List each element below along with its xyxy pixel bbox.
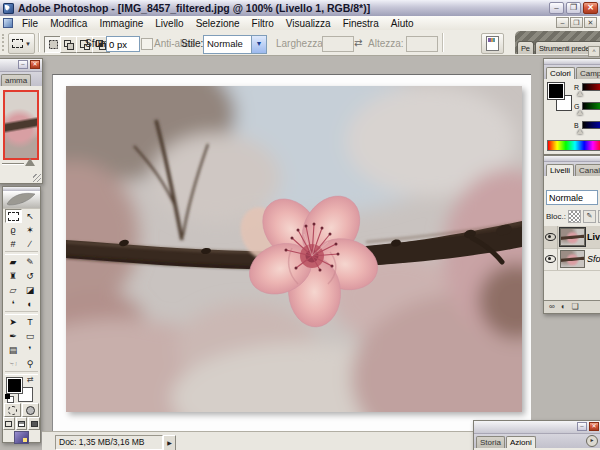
blend-mode-select[interactable]: Normale [546, 190, 598, 205]
tab-livelli[interactable]: Livelli [546, 164, 574, 176]
adjustment-layer-icon[interactable]: ◐ [561, 302, 566, 312]
new-layer-icon[interactable]: ❏ [572, 302, 579, 312]
status-bar-menu-arrow[interactable]: ▶ [163, 435, 176, 450]
feather-input[interactable] [106, 36, 140, 52]
storia-title-bar[interactable]: – ✕ [474, 421, 600, 434]
foreground-color-swatch[interactable] [7, 378, 22, 393]
palette-resize-grip[interactable] [33, 174, 41, 182]
tool-pennello-correttivo[interactable]: ▰ [5, 255, 22, 269]
navigator-title-bar[interactable]: – ✕ [0, 59, 42, 72]
menu-immagine[interactable]: Immagine [93, 17, 149, 30]
livelli-title-bar[interactable] [544, 156, 600, 162]
tool-selezione-tracciato[interactable]: ➤ [5, 315, 22, 329]
restore-button[interactable]: ❐ [566, 2, 581, 14]
tool-preset-button[interactable]: ▼ [8, 33, 35, 54]
height-input[interactable] [406, 36, 438, 52]
color-spectrum-ramp[interactable] [547, 140, 600, 151]
tool-bacchetta-magica[interactable]: ✶ [22, 223, 39, 237]
well-collapse-button[interactable]: ˄ [588, 46, 600, 57]
style-combobox[interactable]: Normale ▼ [203, 35, 267, 54]
tab-azioni[interactable]: Azioni [506, 436, 536, 448]
standard-mode-button[interactable] [4, 403, 21, 417]
tool-penna[interactable]: ✒ [5, 329, 22, 343]
palette-close-button[interactable]: ✕ [30, 60, 40, 69]
blue-slider-thumb[interactable] [577, 129, 583, 134]
swap-colors-icon[interactable]: ⇄ [27, 375, 34, 384]
lock-paint-icon[interactable]: ✎ [583, 210, 596, 223]
palette-minimize-button[interactable]: – [18, 60, 28, 69]
swap-dimensions-icon[interactable]: ⇄ [354, 37, 362, 48]
tool-mano[interactable]: ☜ [5, 357, 22, 371]
layer-thumbnail[interactable] [560, 228, 585, 246]
tab-pennelli[interactable]: Pe [517, 41, 534, 54]
menu-filtro[interactable]: Filtro [246, 17, 280, 30]
tool-selezione-rettangolare[interactable] [5, 209, 22, 223]
navigator-proxy-preview[interactable] [3, 90, 39, 160]
tool-sfoca[interactable]: ❛ [5, 297, 22, 311]
tool-sfumatura[interactable]: ◪ [22, 283, 39, 297]
tool-lazo[interactable]: ϱ [5, 223, 22, 237]
red-slider-thumb[interactable] [577, 91, 583, 96]
doc-minimize-button[interactable]: – [556, 17, 569, 28]
colori-title-bar[interactable] [544, 59, 600, 65]
width-input[interactable] [322, 36, 354, 52]
navigator-zoom-slider[interactable] [2, 163, 24, 164]
tool-sposta[interactable]: ↖ [22, 209, 39, 223]
layer-thumbnail[interactable] [560, 250, 585, 268]
default-colors-icon[interactable] [5, 394, 10, 399]
green-slider-thumb[interactable] [577, 110, 583, 115]
fullscreen-button[interactable] [28, 417, 40, 430]
layer-visibility-toggle[interactable] [544, 248, 558, 270]
tool-zoom[interactable]: ⚲ [22, 357, 39, 371]
tool-gomma[interactable]: ▱ [5, 283, 22, 297]
tab-storia[interactable]: Storia [476, 436, 505, 448]
lock-transparency-icon[interactable] [568, 210, 581, 223]
combo-arrow-icon[interactable]: ▼ [251, 36, 266, 53]
menu-visualizza[interactable]: Visualizza [280, 17, 337, 30]
red-slider[interactable] [582, 83, 600, 91]
photo-blossom-image[interactable] [66, 86, 522, 412]
tool-testo[interactable]: T [22, 315, 39, 329]
go-to-bridge-button[interactable] [481, 33, 504, 54]
layer-row-livello-1[interactable]: Livello 1 [544, 226, 600, 249]
tab-campioni[interactable]: Campioni [576, 67, 600, 79]
tool-taglierina[interactable]: # [5, 237, 22, 251]
palette-menu-arrow-icon[interactable]: ▸ [586, 435, 598, 447]
tool-pennello-storia[interactable]: ↺ [22, 269, 39, 283]
blue-slider[interactable] [582, 121, 600, 129]
palette-minimize-button[interactable]: – [577, 422, 587, 431]
link-layers-icon[interactable]: ∞ [549, 302, 555, 312]
green-slider[interactable] [582, 102, 600, 110]
layer-row-sfondo[interactable]: Sfondo [544, 248, 600, 271]
standard-screen-button[interactable] [3, 417, 15, 430]
tool-contagocce[interactable]: ❜ [22, 343, 39, 357]
menu-livello[interactable]: Livello [149, 17, 189, 30]
tool-note[interactable]: ▤ [5, 343, 22, 357]
doc-close-button[interactable]: ✕ [584, 17, 597, 28]
tab-canali[interactable]: Canali [575, 164, 600, 176]
layer-name[interactable]: Sfondo [587, 254, 600, 264]
layer-visibility-toggle[interactable] [544, 226, 558, 248]
menu-selezione[interactable]: Selezione [190, 17, 246, 30]
fullscreen-menubar-button[interactable] [16, 417, 28, 430]
menu-aiuto[interactable]: Aiuto [385, 17, 420, 30]
menu-finestra[interactable]: Finestra [337, 17, 385, 30]
palette-close-button[interactable]: ✕ [589, 422, 599, 431]
tool-scherma[interactable]: ◐ [22, 297, 39, 311]
options-grip[interactable] [2, 34, 7, 51]
tool-pennello[interactable]: ✎ [22, 255, 39, 269]
tool-forma[interactable]: ▭ [22, 329, 39, 343]
tool-timbro-clone[interactable]: ♜ [5, 269, 22, 283]
edit-in-imageready-button[interactable] [14, 431, 29, 444]
quick-mask-button[interactable] [22, 403, 39, 417]
doc-restore-button[interactable]: ❐ [570, 17, 583, 28]
menu-file[interactable]: File [16, 17, 44, 30]
tab-colori[interactable]: Colori [546, 67, 575, 79]
zoom-in-mountain-icon[interactable] [25, 158, 35, 166]
layer-name[interactable]: Livello 1 [587, 232, 600, 242]
palette-foreground-swatch[interactable] [548, 83, 564, 99]
minimize-button[interactable]: – [549, 2, 564, 14]
tool-sezione[interactable]: ∕ [22, 237, 39, 251]
close-button[interactable]: ✕ [583, 2, 598, 14]
menu-modifica[interactable]: Modifica [44, 17, 93, 30]
